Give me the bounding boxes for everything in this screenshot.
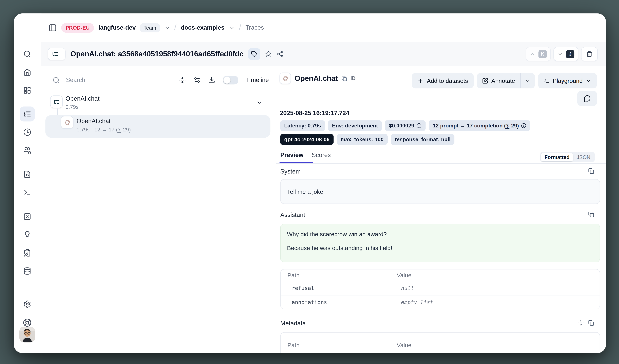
- sidebar-toggle-icon[interactable]: [49, 24, 57, 32]
- chevron-down-icon: [586, 78, 591, 83]
- timeline-label: Timeline: [246, 77, 269, 84]
- playground-terminal-icon[interactable]: [23, 189, 31, 196]
- datasets-database-icon[interactable]: [23, 267, 31, 275]
- view-settings-button[interactable]: [194, 77, 201, 84]
- col-path: Path: [281, 341, 397, 348]
- latency-badge: Latency: 0.79s: [280, 120, 325, 131]
- env-badge[interactable]: PROD-EU: [61, 23, 94, 32]
- breadcrumb-org[interactable]: langfuse-dev: [98, 24, 136, 31]
- fold-vertical-icon: [179, 77, 186, 84]
- env-badge: Env: development: [328, 120, 382, 131]
- tag-button[interactable]: [248, 48, 260, 60]
- home-icon[interactable]: [23, 68, 31, 76]
- users-icon[interactable]: [23, 146, 31, 154]
- tree-root-name: OpenAI.chat: [66, 95, 99, 102]
- expand-metadata-button[interactable]: [578, 320, 584, 326]
- scores-percent-icon[interactable]: [23, 213, 31, 220]
- support-lifebuoy-icon[interactable]: [23, 318, 32, 327]
- format-formatted[interactable]: Formatted: [541, 153, 573, 161]
- kbd-k: K: [538, 50, 547, 58]
- copy-metadata-button[interactable]: [588, 320, 594, 326]
- system-message-box: Tell me a joke.: [280, 179, 600, 204]
- response-format-badge: response_format: null: [391, 134, 455, 145]
- comments-button[interactable]: [577, 91, 597, 106]
- breadcrumb-separator: /: [174, 23, 176, 32]
- breadcrumb-project[interactable]: docs-examples: [181, 24, 225, 31]
- breadcrumb-section[interactable]: Traces: [245, 24, 264, 31]
- output-path-table: Path Value refusal null annotations empt…: [280, 269, 600, 309]
- share-button[interactable]: [277, 51, 284, 58]
- tag-icon: [251, 51, 257, 57]
- metadata-section-label: Metadata: [280, 320, 306, 327]
- message-circle-icon: [584, 95, 591, 102]
- stage: PROD-EU langfuse-dev Team / docs-example…: [0, 0, 619, 364]
- timeline-toggle[interactable]: [223, 76, 239, 84]
- table-header: Path Value: [281, 270, 600, 281]
- info-icon: [521, 123, 526, 128]
- copy-id-button[interactable]: [341, 76, 347, 81]
- copy-assistant-button[interactable]: [588, 211, 594, 217]
- tab-preview[interactable]: Preview: [280, 151, 304, 162]
- unfold-vertical-icon: [578, 320, 584, 326]
- assistant-line-1: Why did the scarecrow win an award?: [287, 231, 387, 237]
- format-json[interactable]: JSON: [573, 153, 594, 161]
- collapse-chevron-icon[interactable]: [256, 99, 263, 106]
- model-badge[interactable]: gpt-4o-2024-08-06: [280, 134, 334, 145]
- search-input[interactable]: [65, 76, 138, 84]
- next-trace-button[interactable]: J: [553, 47, 578, 61]
- top-navigation: PROD-EU langfuse-dev Team / docs-example…: [14, 13, 606, 42]
- tab-scores[interactable]: Scores: [312, 151, 331, 162]
- sliders-icon: [194, 77, 201, 84]
- app-window: PROD-EU langfuse-dev Team / docs-example…: [14, 13, 606, 353]
- timestamp: 2025-08-25 16:19:17.724: [280, 110, 349, 117]
- avatar[interactable]: [19, 326, 35, 342]
- prev-trace-button[interactable]: K: [526, 47, 550, 61]
- tokens-badge[interactable]: 12 prompt → 17 completion (∑ 29): [429, 120, 530, 131]
- generation-node-badge: [61, 116, 73, 129]
- openai-icon: [282, 75, 288, 81]
- project-chevron-down-icon[interactable]: [229, 25, 235, 31]
- add-to-datasets-button[interactable]: Add to datasets: [412, 73, 474, 88]
- kbd-j: J: [566, 50, 574, 58]
- download-button[interactable]: [208, 77, 215, 84]
- download-icon: [208, 77, 215, 84]
- star-icon: [265, 51, 272, 58]
- share-icon: [277, 51, 284, 58]
- annotate-dropdown-button[interactable]: [521, 73, 535, 88]
- list-tree-icon: [52, 51, 58, 57]
- assistant-section-label: Assistant: [280, 211, 305, 219]
- copy-icon: [588, 211, 594, 217]
- plus-icon: [417, 78, 424, 84]
- toggle-knob: [224, 77, 231, 84]
- chevron-up-icon: [530, 51, 536, 57]
- tree-root-row[interactable]: OpenAI.chat 0.79s: [50, 95, 271, 115]
- tracing-icon[interactable]: [23, 110, 31, 118]
- sessions-clock-icon[interactable]: [23, 128, 31, 136]
- org-chevron-down-icon[interactable]: [164, 25, 170, 31]
- terminal-icon: [544, 78, 549, 84]
- sidebar-rail: [14, 13, 42, 353]
- delete-trace-button[interactable]: [581, 47, 598, 61]
- observation-detail-panel: OpenAI.chat ID Add to datasets Annotate: [276, 66, 606, 353]
- star-button[interactable]: [265, 51, 272, 58]
- list-tree-icon: [54, 99, 59, 105]
- collapse-all-button[interactable]: [179, 77, 186, 84]
- copy-system-button[interactable]: [588, 168, 594, 174]
- annotation-clipboard-icon[interactable]: [23, 249, 31, 257]
- settings-gear-icon[interactable]: [23, 300, 31, 308]
- assistant-line-2: Because he was outstanding in his field!: [287, 244, 393, 251]
- cost-badge[interactable]: $0.000029: [385, 120, 426, 131]
- openai-badge: [280, 73, 291, 84]
- trace-tree-panel: Timeline OpenAI.chat 0.79s OpenAI.chat 0…: [41, 66, 277, 353]
- detail-title: OpenAI.chat: [295, 74, 338, 83]
- prompts-file-code-icon[interactable]: [23, 170, 31, 178]
- annotate-button[interactable]: Annotate: [477, 73, 520, 88]
- divider: [276, 163, 606, 164]
- playground-button[interactable]: Playground: [538, 73, 597, 88]
- search-icon[interactable]: [23, 50, 31, 58]
- dashboard-icon[interactable]: [23, 86, 31, 94]
- openai-icon: [64, 119, 70, 126]
- system-message-text: Tell me a joke.: [287, 188, 325, 195]
- org-type-badge: Team: [140, 23, 160, 32]
- evals-lightbulb-icon[interactable]: [23, 231, 31, 239]
